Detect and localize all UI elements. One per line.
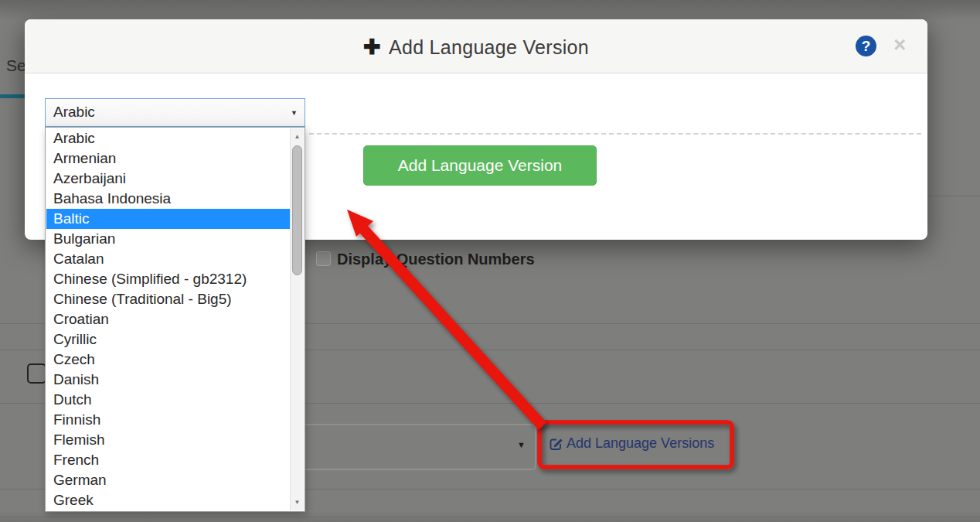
arrow-annotation xyxy=(347,210,543,426)
help-icon[interactable]: ? xyxy=(856,36,876,56)
screen: Se Display Question Numbers ▼ Add Langua… xyxy=(0,0,980,522)
modal-header: ✚Add Language Version ? × xyxy=(25,19,927,73)
background-divider xyxy=(927,196,980,196)
scroll-down-icon[interactable]: ▼ xyxy=(291,496,304,509)
background-divider xyxy=(0,517,980,517)
language-select-value: Arabic xyxy=(53,104,95,121)
language-option[interactable]: Danish xyxy=(46,370,291,390)
language-option[interactable]: German xyxy=(46,470,291,490)
background-language-dropdown[interactable]: ▼ xyxy=(283,424,536,470)
modal-dashed-separator xyxy=(309,133,921,135)
language-option-dropdown: ArabicArmenianAzerbaijaniBahasa Indonesi… xyxy=(45,127,305,512)
language-option[interactable]: Catalan xyxy=(46,249,291,269)
language-option[interactable]: Azerbaijani xyxy=(46,169,291,189)
language-option[interactable]: Croatian xyxy=(46,309,291,329)
language-option-list: ArabicArmenianAzerbaijaniBahasa Indonesi… xyxy=(46,128,291,510)
chevron-down-icon: ▼ xyxy=(291,109,298,117)
add-language-version-button[interactable]: Add Language Version xyxy=(363,145,597,186)
language-option[interactable]: Czech xyxy=(46,350,291,370)
language-option[interactable]: French xyxy=(46,450,291,470)
edit-icon xyxy=(549,436,563,451)
plus-icon: ✚ xyxy=(363,36,381,59)
language-option[interactable]: Baltic xyxy=(46,209,291,229)
close-icon[interactable]: × xyxy=(893,33,906,56)
language-option[interactable]: Flemish xyxy=(46,430,291,450)
language-option[interactable]: Chinese (Simplified - gb2312) xyxy=(46,269,291,289)
scrollbar[interactable]: ▲ ▼ xyxy=(290,128,304,510)
language-option[interactable]: Finnish xyxy=(46,410,291,430)
language-option[interactable]: Cyrillic xyxy=(46,329,291,350)
background-partial-text: Se xyxy=(6,56,26,75)
chevron-down-icon: ▼ xyxy=(517,440,526,449)
language-option[interactable]: Arabic xyxy=(46,128,291,148)
language-option[interactable]: Greek xyxy=(46,490,291,510)
scrollbar-thumb[interactable] xyxy=(292,145,302,275)
language-option[interactable]: Dutch xyxy=(46,390,291,410)
add-language-versions-link-label: Add Language Versions xyxy=(567,435,714,452)
scroll-up-icon[interactable]: ▲ xyxy=(291,130,304,143)
language-option[interactable]: Bulgarian xyxy=(46,229,291,249)
display-question-numbers-label: Display Question Numbers xyxy=(337,251,535,268)
language-option[interactable]: Bahasa Indonesia xyxy=(46,189,291,209)
background-row-checkbox[interactable] xyxy=(27,363,46,384)
display-question-numbers-checkbox[interactable] xyxy=(316,251,331,266)
language-option[interactable]: Chinese (Traditional - Big5) xyxy=(46,289,291,309)
modal-title: ✚Add Language Version xyxy=(25,35,927,60)
language-select[interactable]: Arabic ▼ xyxy=(45,98,305,127)
add-language-versions-link[interactable]: Add Language Versions xyxy=(549,435,714,452)
background-tab-accent-bar xyxy=(0,94,25,98)
language-option[interactable]: Armenian xyxy=(46,148,291,169)
